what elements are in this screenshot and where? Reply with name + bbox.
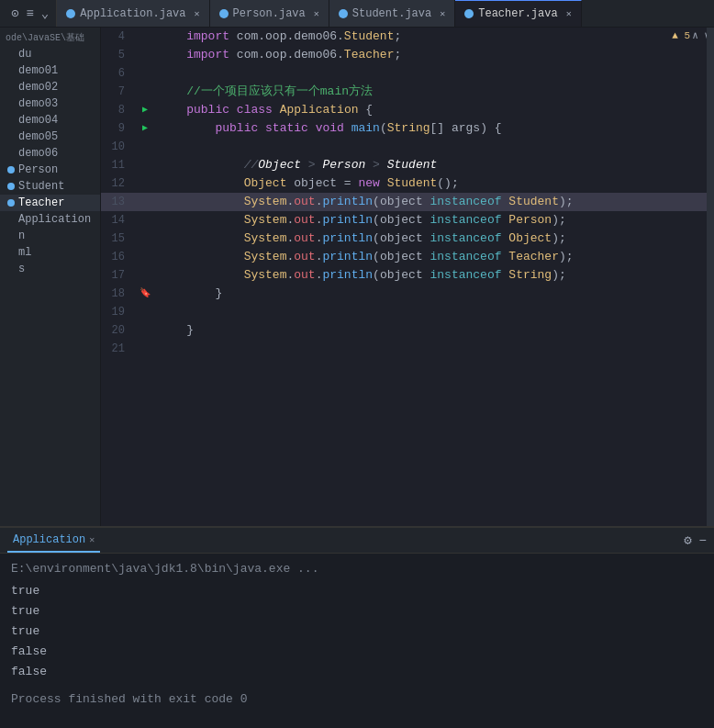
line-num-12: 12 <box>101 174 136 193</box>
tab-person[interactable]: Person.java✕ <box>210 0 329 27</box>
tab-label-teacher: Teacher.java <box>478 7 557 20</box>
code-editor: ▲ 5 ∧ ∨ 4 import com.oop.demo06.Student;… <box>101 28 714 526</box>
sidebar-label-2: demo02 <box>7 81 58 94</box>
line-num-21: 21 <box>101 340 136 358</box>
code-content-15: System.out.println(object instanceof Obj… <box>154 230 714 248</box>
sidebar-item-1[interactable]: demo01 <box>0 62 100 79</box>
sidebar-label-6: demo06 <box>7 147 58 160</box>
code-line-17: 17 System.out.println(object instanceof … <box>101 266 714 285</box>
console-command: E:\environment\java\jdk1.8\bin\java.exe … <box>11 559 703 579</box>
console-line-4: false <box>11 662 703 682</box>
code-lines: 4 import com.oop.demo06.Student;5 import… <box>101 28 714 358</box>
sidebar-label-10: Application <box>7 213 91 226</box>
sidebar-item-6[interactable]: demo06 <box>0 145 100 162</box>
code-content-16: System.out.println(object instanceof Tea… <box>154 248 714 266</box>
code-content-4: import com.oop.demo06.Student; <box>154 28 714 46</box>
tab-teacher[interactable]: Teacher.java✕ <box>455 0 581 27</box>
line-num-8: 8 <box>101 101 136 119</box>
sidebar-item-2[interactable]: demo02 <box>0 79 100 95</box>
sidebar-label-9: Teacher <box>18 196 64 209</box>
sidebar-item-8[interactable]: Student <box>0 178 100 195</box>
line-num-17: 17 <box>101 266 136 285</box>
line-gutter-8: ▶ <box>136 101 154 119</box>
tab-dot-teacher <box>464 9 474 18</box>
sidebar-label-8: Student <box>18 180 64 193</box>
code-line-10: 10 <box>101 138 714 156</box>
code-content-18: } <box>154 285 714 303</box>
tab-close-student[interactable]: ✕ <box>440 8 445 19</box>
scrollbar[interactable] <box>707 28 714 526</box>
sidebar-item-12[interactable]: ml <box>0 244 100 261</box>
sidebar-label-12: ml <box>7 246 31 259</box>
run-arrow[interactable]: ▶ <box>142 101 148 119</box>
line-num-9: 9 <box>101 119 136 138</box>
sidebar-label-11: n <box>7 230 25 242</box>
layout-icon[interactable]: ≡ <box>24 6 35 21</box>
sidebar-item-9[interactable]: Teacher <box>0 195 100 211</box>
sidebar-item-13[interactable]: s <box>0 261 100 277</box>
rerun-icon[interactable]: ⊙ <box>9 6 20 21</box>
sidebar-items: dudemo01demo02demo03demo04demo05demo06Pe… <box>0 46 100 277</box>
sidebar-label-7: Person <box>18 163 58 176</box>
code-line-12: 12 Object object = new Student(); <box>101 174 714 193</box>
code-content-8: public class Application { <box>154 101 714 119</box>
line-num-4: 4 <box>101 28 136 46</box>
minimize-icon[interactable]: ⌄ <box>39 6 50 21</box>
code-line-11: 11 //Object > Person > Student <box>101 156 714 174</box>
console-line-3: false <box>11 642 703 662</box>
code-line-19: 19 <box>101 303 714 321</box>
line-num-7: 7 <box>101 83 136 101</box>
item-dot-8 <box>7 183 15 190</box>
code-content-20: } <box>154 321 714 340</box>
code-content-11: //Object > Person > Student <box>154 156 714 174</box>
run-arrow[interactable]: ▶ <box>142 119 148 138</box>
main-area: ode\JavaSE\基础 dudemo01demo02demo03demo04… <box>0 28 714 526</box>
tab-close-teacher[interactable]: ✕ <box>566 8 572 19</box>
tab-close-person[interactable]: ✕ <box>314 8 319 19</box>
console-tab-close-icon[interactable]: ✕ <box>89 534 95 545</box>
sidebar-item-5[interactable]: demo05 <box>0 129 100 145</box>
console-content: E:\environment\java\jdk1.8\bin\java.exe … <box>0 554 714 728</box>
tab-label-person: Person.java <box>233 7 306 20</box>
sidebar-item-3[interactable]: demo03 <box>0 95 100 112</box>
console-finish: Process finished with exit code 0 <box>11 689 703 710</box>
item-dot-9 <box>7 199 15 207</box>
console-gear-icon[interactable]: ⚙ <box>684 532 691 548</box>
code-line-15: 15 System.out.println(object instanceof … <box>101 230 714 248</box>
line-num-18: 18 <box>101 285 136 303</box>
code-line-16: 16 System.out.println(object instanceof … <box>101 248 714 266</box>
code-content-9: public static void main(String[] args) { <box>154 119 714 138</box>
console-tab-label: Application <box>13 533 85 546</box>
tab-label-student: Student.java <box>352 7 431 20</box>
code-line-14: 14 System.out.println(object instanceof … <box>101 211 714 230</box>
line-num-19: 19 <box>101 303 136 321</box>
code-line-21: 21 <box>101 340 714 358</box>
line-num-13: 13 <box>101 193 136 211</box>
tab-dot-application <box>66 9 75 18</box>
sidebar-item-0[interactable]: du <box>0 46 100 62</box>
sidebar-item-10[interactable]: Application <box>0 211 100 228</box>
item-dot-7 <box>7 166 15 174</box>
tab-student[interactable]: Student.java✕ <box>329 0 455 27</box>
sidebar-item-4[interactable]: demo04 <box>0 112 100 129</box>
line-num-14: 14 <box>101 211 136 230</box>
sidebar-item-11[interactable]: n <box>0 228 100 244</box>
sidebar-label-13: s <box>7 263 25 275</box>
tab-application[interactable]: Application.java✕ <box>57 0 209 27</box>
console-tab-application[interactable]: Application ✕ <box>7 528 100 553</box>
console-line-2: true <box>11 622 703 642</box>
sidebar-label-4: demo04 <box>7 114 58 127</box>
code-content-12: Object object = new Student(); <box>154 174 714 193</box>
tabs-container: Application.java✕Person.java✕Student.jav… <box>57 0 714 27</box>
line-num-16: 16 <box>101 248 136 266</box>
code-line-6: 6 <box>101 64 714 83</box>
line-num-11: 11 <box>101 156 136 174</box>
code-line-8: 8▶ public class Application { <box>101 101 714 119</box>
code-line-9: 9▶ public static void main(String[] args… <box>101 119 714 138</box>
console-minimize-icon[interactable]: − <box>699 533 707 548</box>
sidebar-item-7[interactable]: Person <box>0 162 100 178</box>
code-content-14: System.out.println(object instanceof Per… <box>154 211 714 230</box>
code-line-13: 13 System.out.println(object instanceof … <box>101 193 714 211</box>
code-line-4: 4 import com.oop.demo06.Student; <box>101 28 714 46</box>
tab-close-application[interactable]: ✕ <box>195 8 200 19</box>
